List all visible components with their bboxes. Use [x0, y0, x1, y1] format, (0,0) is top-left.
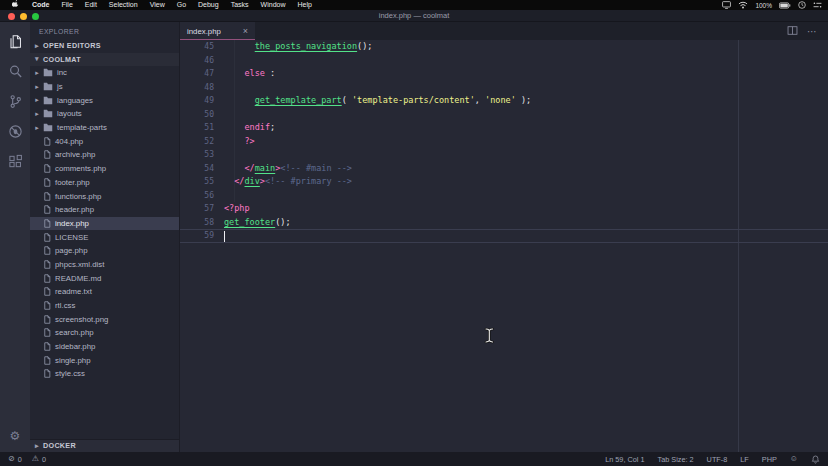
macos-menu-bar: Code FileEditSelectionViewGoDebugTasksWi…	[0, 0, 828, 10]
line-number: 53	[180, 148, 214, 162]
status-feedback[interactable]: ☺	[790, 455, 798, 463]
source-control-icon[interactable]	[0, 86, 30, 116]
menu-item-window[interactable]: Window	[255, 0, 292, 10]
minimize-window-button[interactable]	[20, 13, 27, 20]
file-row-phpcs-xml-dist[interactable]: phpcs.xml.dist	[30, 258, 179, 272]
status-errors[interactable]: ⊘0	[8, 455, 22, 464]
file-row-comments-php[interactable]: comments.php	[30, 162, 179, 176]
wifi-icon[interactable]	[738, 1, 748, 9]
file-row-readme-md[interactable]: README.md	[30, 271, 179, 285]
menu-item-selection[interactable]: Selection	[103, 0, 144, 10]
file-icon	[43, 137, 51, 146]
file-row-languages[interactable]: ▸languages	[30, 93, 179, 107]
code-lines: 45 the_posts_navigation();4647 else :484…	[180, 40, 828, 243]
status-cursor-position[interactable]: Ln 59, Col 1	[605, 455, 644, 464]
status-label: PHP	[762, 455, 777, 464]
file-row-template-parts[interactable]: ▸template-parts	[30, 121, 179, 135]
project-section[interactable]: ▾ COOLMAT	[30, 53, 179, 67]
file-row-inc[interactable]: ▸inc	[30, 66, 179, 80]
code-line-56: 56	[180, 189, 828, 203]
explorer-header: EXPLORER	[30, 22, 179, 39]
control-center-icon[interactable]	[813, 1, 822, 9]
file-row-page-php[interactable]: page.php	[30, 244, 179, 258]
line-text	[214, 81, 224, 95]
status-right: Ln 59, Col 1Tab Size: 2UTF-8LFPHP☺	[605, 455, 820, 464]
file-row-js[interactable]: ▸js	[30, 80, 179, 94]
line-number: 57	[180, 202, 214, 216]
split-editor-icon[interactable]	[787, 22, 798, 40]
menu-item-help[interactable]: Help	[291, 0, 317, 10]
file-row-readme-txt[interactable]: readme.txt	[30, 285, 179, 299]
file-row-style-css[interactable]: style.css	[30, 367, 179, 381]
debug-icon[interactable]	[0, 116, 30, 146]
file-name: readme.txt	[55, 287, 92, 296]
line-number: 51	[180, 121, 214, 135]
menu-item-edit[interactable]: Edit	[79, 0, 103, 10]
status-encoding[interactable]: UTF-8	[707, 455, 728, 464]
line-number: 49	[180, 94, 214, 108]
menu-item-file[interactable]: File	[56, 0, 79, 10]
file-row-header-php[interactable]: header.php	[30, 203, 179, 217]
extensions-icon[interactable]	[0, 146, 30, 176]
file-row-index-php[interactable]: index.php	[30, 217, 179, 231]
menu-item-tasks[interactable]: Tasks	[225, 0, 255, 10]
status-warnings[interactable]: ⚠0	[32, 455, 46, 464]
file-name: sidebar.php	[55, 342, 95, 351]
line-text: </main><!-- #main -->	[214, 162, 352, 176]
file-name: single.php	[55, 356, 91, 365]
status-language-mode[interactable]: PHP	[762, 455, 777, 464]
file-row-rtl-css[interactable]: rtl.css	[30, 299, 179, 313]
status-tab-size[interactable]: Tab Size: 2	[658, 455, 694, 464]
open-editors-section[interactable]: ▸ OPEN EDITORS	[30, 39, 179, 53]
folder-icon	[43, 96, 53, 105]
search-icon[interactable]	[0, 56, 30, 86]
battery-icon[interactable]	[779, 2, 791, 9]
line-text: get_footer();	[214, 216, 291, 230]
chevron-right-icon: ▸	[34, 442, 40, 450]
menu-item-debug[interactable]: Debug	[192, 0, 225, 10]
file-row-search-php[interactable]: search.php	[30, 326, 179, 340]
file-row-functions-php[interactable]: functions.php	[30, 189, 179, 203]
file-name: 404.php	[55, 137, 83, 146]
file-name: page.php	[55, 246, 88, 255]
clock-icon[interactable]	[798, 1, 806, 9]
file-row-layouts[interactable]: ▸layouts	[30, 107, 179, 121]
menu-item-go[interactable]: Go	[171, 0, 192, 10]
file-icon	[43, 287, 51, 296]
status-eol[interactable]: LF	[740, 455, 749, 464]
open-editors-label: OPEN EDITORS	[43, 41, 101, 50]
docker-section[interactable]: ▸ DOCKER	[30, 439, 179, 453]
line-number: 54	[180, 162, 214, 176]
tab-index-php[interactable]: index.php ×	[180, 22, 255, 40]
file-row-archive-php[interactable]: archive.php	[30, 148, 179, 162]
gear-icon[interactable]: ⚙	[10, 430, 21, 442]
close-window-button[interactable]	[8, 13, 15, 20]
display-icon[interactable]	[722, 1, 731, 9]
file-row-sidebar-php[interactable]: sidebar.php	[30, 340, 179, 354]
status-notifications[interactable]	[811, 455, 820, 464]
zoom-window-button[interactable]	[32, 13, 39, 20]
close-icon[interactable]: ×	[243, 27, 248, 36]
tab-bar: index.php × ⋯	[180, 22, 828, 40]
files-icon[interactable]	[0, 26, 30, 56]
menu-item-code[interactable]: Code	[26, 0, 56, 10]
line-number: 46	[180, 54, 214, 68]
chevron-right-icon: ▸	[34, 124, 40, 132]
code-line-48: 48	[180, 81, 828, 95]
file-row-single-php[interactable]: single.php	[30, 353, 179, 367]
file-row-404-php[interactable]: 404.php	[30, 134, 179, 148]
more-actions-icon[interactable]: ⋯	[807, 26, 818, 37]
line-number: 58	[180, 216, 214, 230]
code-editor[interactable]: 45 the_posts_navigation();4647 else :484…	[180, 40, 828, 452]
file-row-license[interactable]: LICENSE	[30, 230, 179, 244]
line-number: 59	[180, 230, 214, 242]
window-title-bar: index.php — coolmat	[0, 10, 828, 22]
chevron-right-icon: ▸	[34, 42, 40, 50]
file-icon	[43, 301, 51, 310]
file-name: layouts	[57, 109, 82, 118]
file-row-screenshot-png[interactable]: screenshot.png	[30, 312, 179, 326]
file-name: style.css	[55, 369, 85, 378]
line-text: endif;	[214, 121, 275, 135]
menu-item-view[interactable]: View	[144, 0, 171, 10]
file-row-footer-php[interactable]: footer.php	[30, 176, 179, 190]
